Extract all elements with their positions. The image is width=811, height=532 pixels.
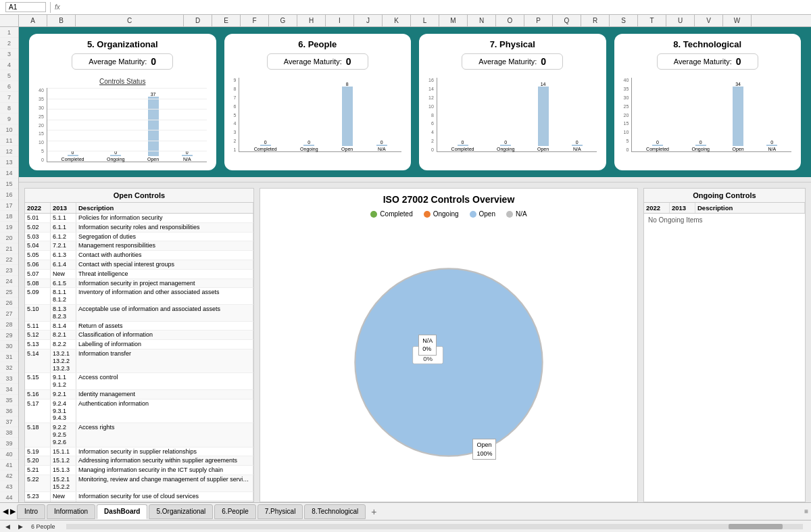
- cell-desc: Information security in supplier relatio…: [76, 448, 253, 456]
- cell-desc: Information security roles and responsib…: [76, 223, 253, 232]
- table-row: 5.026.1.1Information security roles and …: [25, 223, 253, 233]
- col-M[interactable]: M: [439, 15, 468, 26]
- col-A[interactable]: A: [19, 15, 47, 26]
- cell-2022: 5.04: [25, 241, 51, 250]
- cell-desc: Acceptable use of information and associ…: [76, 305, 253, 321]
- col-E[interactable]: E: [212, 15, 241, 26]
- table-row: 5.036.1.2Segregation of duties: [25, 233, 253, 242]
- col-R[interactable]: R: [581, 15, 610, 26]
- ongoing-no-items: No Ongoing Items: [644, 214, 805, 226]
- col-O[interactable]: O: [496, 15, 524, 26]
- tab-dashboard[interactable]: DashBoard: [97, 504, 147, 519]
- col-N[interactable]: N: [468, 15, 496, 26]
- cell-2013: 15.2.1 15.2.2: [51, 475, 76, 491]
- open-controls-title: Open Controls: [25, 189, 253, 203]
- col-Q[interactable]: Q: [553, 15, 581, 26]
- legend-completed-label: Completed: [380, 210, 412, 218]
- tab-next-arrow[interactable]: ▶: [10, 507, 16, 515]
- cell-desc: Information security in project manageme…: [76, 279, 253, 288]
- cell-desc: Access rights: [76, 423, 253, 446]
- row-20: 20: [0, 233, 18, 243]
- iso-overview-title: ISO 27002 Controls Overview: [378, 189, 520, 210]
- pie-na-overlay: N/A 0%: [418, 335, 437, 356]
- cell-desc: Identity management: [76, 390, 253, 399]
- legend-na-label: N/A: [516, 210, 527, 218]
- table-row: 5.118.1.4Return of assets: [25, 322, 253, 331]
- row-36: 36: [0, 406, 18, 416]
- cell-2022: 5.13: [25, 340, 51, 349]
- pie-open-overlay: Open 100%: [472, 439, 496, 460]
- col-K[interactable]: K: [383, 15, 411, 26]
- cell-2022: 5.20: [25, 456, 51, 465]
- tab-8-technological[interactable]: 8.Technological: [304, 504, 366, 519]
- legend-completed: Completed: [370, 210, 412, 218]
- col-H[interactable]: H: [297, 15, 326, 26]
- row-24: 24: [0, 276, 18, 287]
- cell-2013: 13.2.1 13.2.2 13.2.3: [51, 349, 76, 372]
- row-34: 34: [0, 384, 18, 395]
- tab-prev-arrow[interactable]: ◀: [3, 507, 8, 515]
- tab-information[interactable]: Information: [47, 504, 95, 519]
- nav-right-arrow[interactable]: ▶: [18, 523, 23, 530]
- cell-2013: 8.2.2: [51, 340, 76, 349]
- cell-desc: Labelling of information: [76, 340, 253, 349]
- col-D[interactable]: D: [184, 15, 212, 26]
- tab-nav-arrows[interactable]: ◀ ▶: [3, 507, 16, 516]
- row-2: 2: [0, 38, 18, 49]
- table-row: 5.015.1.1Policies for information securi…: [25, 214, 253, 223]
- col-T[interactable]: T: [638, 15, 666, 26]
- cell-2013: 9.1.1 9.1.2: [51, 373, 76, 389]
- cell-2022: 5.11: [25, 322, 51, 331]
- col-C[interactable]: C: [76, 15, 184, 26]
- nav-left-arrow[interactable]: ◀: [5, 523, 10, 530]
- main-area: 1 2 3 4 5 6 7 8 9 10 11 12 13 14 15 16 1…: [0, 27, 811, 502]
- row-31: 31: [0, 352, 18, 362]
- cell-2013: New: [51, 270, 76, 279]
- tab-6-people[interactable]: 6.People: [214, 504, 255, 519]
- col-B[interactable]: B: [47, 15, 76, 26]
- tab-bar-right: ≡: [804, 508, 808, 515]
- cell-2013: 6.1.1: [51, 223, 76, 232]
- table-row: 5.066.1.4Contact with special interest g…: [25, 260, 253, 270]
- col-G[interactable]: G: [269, 15, 297, 26]
- cell-desc: Inventory of information and other assoc…: [76, 288, 253, 304]
- cell-desc: Classification of information: [76, 331, 253, 339]
- table-row: 5.138.2.2Labelling of information: [25, 340, 253, 349]
- pie-na-overlay-pct: 0%: [422, 345, 433, 354]
- row-18: 18: [0, 211, 18, 222]
- table-row: 5.2215.2.1 15.2.2Monitoring, review and …: [25, 475, 253, 492]
- col-S[interactable]: S: [610, 15, 638, 26]
- tab-intro[interactable]: Intro: [17, 504, 45, 519]
- cell-2022: 5.19: [25, 448, 51, 456]
- cell-2013: 7.2.1: [51, 241, 76, 250]
- tab-add-button[interactable]: +: [367, 505, 380, 518]
- card-tech-title: 8. Technological: [621, 39, 795, 49]
- cell-2013: 15.1.2: [51, 456, 76, 465]
- col-I[interactable]: I: [326, 15, 354, 26]
- row-12: 12: [0, 146, 18, 157]
- tab-5-organizational[interactable]: 5.Organizational: [149, 504, 213, 519]
- row-41: 41: [0, 460, 18, 470]
- col-W[interactable]: W: [723, 15, 752, 26]
- legend-ongoing-label: Ongoing: [433, 210, 459, 218]
- col-J[interactable]: J: [354, 15, 383, 26]
- cell-2013: 9.2.2 9.2.5 9.2.6: [51, 423, 76, 446]
- col-U[interactable]: U: [666, 15, 695, 26]
- scrollbar-thumb[interactable]: [729, 524, 783, 529]
- cell-2022: 5.15: [25, 373, 51, 389]
- row-37: 37: [0, 416, 18, 427]
- ongoing-header-2022: 2022: [644, 203, 670, 213]
- horizontal-scrollbar[interactable]: [66, 524, 803, 529]
- col-V[interactable]: V: [695, 15, 723, 26]
- cell-desc: Contact with authorities: [76, 251, 253, 260]
- col-F[interactable]: F: [241, 15, 269, 26]
- col-P[interactable]: P: [524, 15, 553, 26]
- table-row: 5.1915.1.1Information security in suppli…: [25, 448, 253, 457]
- tab-7-physical[interactable]: 7.Physical: [257, 504, 303, 519]
- cell-2022: 5.01: [25, 214, 51, 222]
- col-L[interactable]: L: [411, 15, 439, 26]
- row-22: 22: [0, 254, 18, 265]
- name-box[interactable]: [5, 2, 46, 12]
- cell-desc: Information transfer: [76, 349, 253, 372]
- table-row: 5.23NewInformation security for use of c…: [25, 492, 253, 502]
